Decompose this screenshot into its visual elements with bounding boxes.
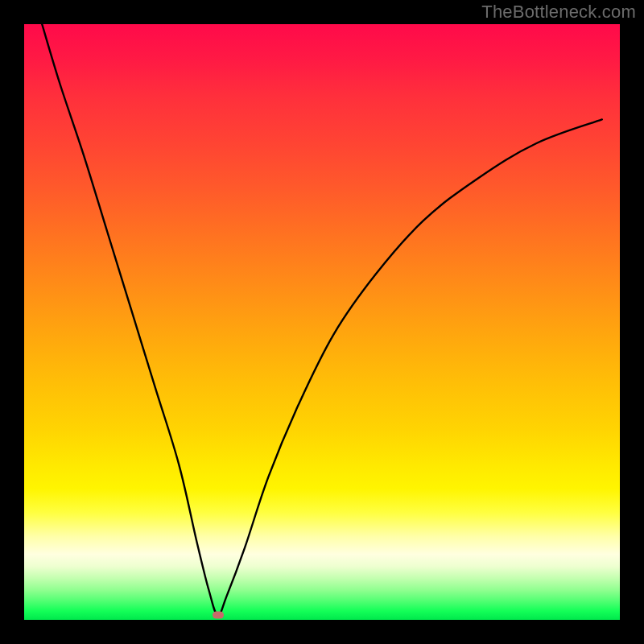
watermark-text: TheBottleneck.com xyxy=(481,2,636,23)
curve-path xyxy=(42,24,602,615)
bottleneck-curve xyxy=(24,24,620,620)
chart-frame: TheBottleneck.com xyxy=(0,0,644,644)
plot-area xyxy=(24,24,620,620)
minimum-marker xyxy=(213,612,224,619)
